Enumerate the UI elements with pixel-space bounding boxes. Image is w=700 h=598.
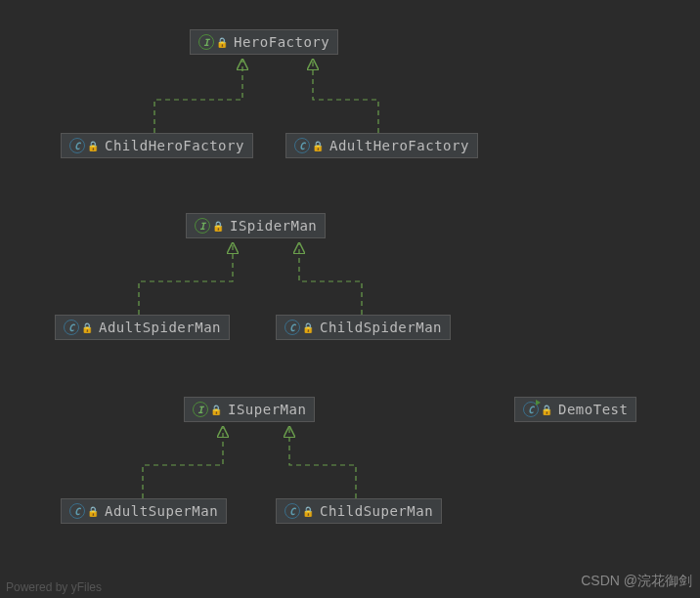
node-label: AdultSpiderMan [99,320,221,335]
node-child-hero-factory[interactable]: C 🔒 ChildHeroFactory [61,133,253,158]
node-adult-spiderman[interactable]: C 🔒 AdultSpiderMan [55,315,230,340]
lock-icon: 🔒 [302,506,314,517]
node-label: ISpiderMan [230,218,317,234]
node-child-spiderman[interactable]: C 🔒 ChildSpiderMan [276,315,451,340]
class-icon: C [69,138,85,153]
lock-icon: 🔒 [81,322,93,333]
node-isuperman[interactable]: I 🔒 ISuperMan [184,397,315,422]
lock-icon: 🔒 [212,221,224,232]
class-icon: C [284,320,300,335]
node-hero-factory[interactable]: I 🔒 HeroFactory [190,29,338,55]
node-label: AdultSuperMan [105,503,218,519]
node-label: ChildSpiderMan [320,320,442,335]
node-label: ChildSuperMan [320,503,433,519]
node-label: ISuperMan [228,402,306,417]
interface-icon: I [198,34,214,50]
node-ispiderman[interactable]: I 🔒 ISpiderMan [186,213,326,238]
watermark-powered-by: Powered by yFiles [6,580,102,594]
lock-icon: 🔒 [210,405,222,415]
interface-icon: I [193,402,208,417]
class-icon: C [284,503,300,519]
runnable-class-icon: C [523,402,539,417]
lock-icon: 🔒 [302,322,314,333]
class-icon: C [294,138,310,153]
lock-icon: 🔒 [541,405,552,415]
class-icon: C [69,503,85,519]
node-adult-superman[interactable]: C 🔒 AdultSuperMan [61,498,227,524]
lock-icon: 🔒 [87,141,99,151]
lock-icon: 🔒 [216,37,228,48]
node-adult-hero-factory[interactable]: C 🔒 AdultHeroFactory [285,133,478,158]
interface-icon: I [195,218,210,234]
watermark-csdn: CSDN @浣花御剑 [581,573,692,590]
lock-icon: 🔒 [87,506,99,517]
node-label: HeroFactory [234,34,329,50]
class-icon: C [64,320,79,335]
node-demotest[interactable]: C 🔒 DemoTest [514,397,636,422]
node-child-superman[interactable]: C 🔒 ChildSuperMan [276,498,442,524]
node-label: DemoTest [558,402,628,417]
lock-icon: 🔒 [312,141,324,151]
node-label: AdultHeroFactory [329,138,469,153]
node-label: ChildHeroFactory [105,138,244,153]
